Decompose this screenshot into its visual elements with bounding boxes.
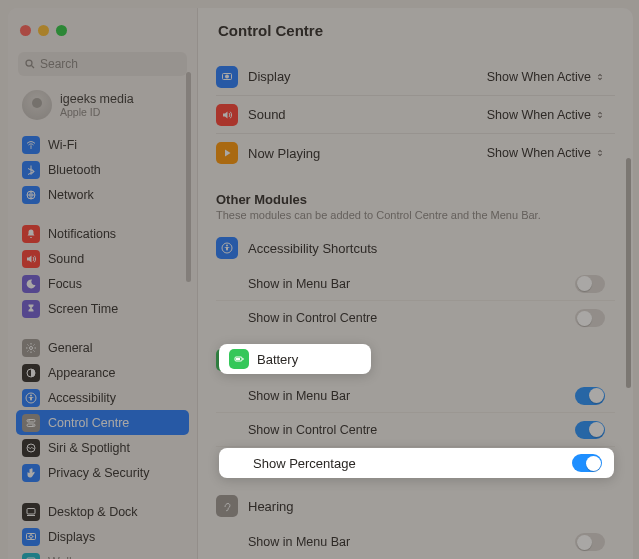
svg-line-1 <box>32 66 35 69</box>
svg-point-11 <box>32 424 34 426</box>
account-name: igeeks media <box>60 92 134 106</box>
battery-toggle-0[interactable] <box>575 387 605 405</box>
sidebar-item-bluetooth[interactable]: Bluetooth <box>16 157 189 182</box>
sidebar-item-label: Screen Time <box>48 302 118 316</box>
svg-point-2 <box>30 147 32 149</box>
accessibility-shortcuts-row: Accessibility Shortcuts <box>216 229 615 267</box>
sidebar-item-privacy-security[interactable]: Privacy & Security <box>16 460 189 485</box>
module-row-sound: SoundShow When Active <box>216 96 615 134</box>
minimize-icon[interactable] <box>38 25 49 36</box>
sidebar-item-wi-fi[interactable]: Wi-Fi <box>16 132 189 157</box>
accessibility-toggle-0[interactable] <box>575 275 605 293</box>
displays-icon <box>22 528 40 546</box>
desktop-icon <box>22 503 40 521</box>
sidebar-item-desktop-dock[interactable]: Desktop & Dock <box>16 499 189 524</box>
account-sub: Apple ID <box>60 106 134 118</box>
module-select[interactable]: Show When Active <box>487 108 605 122</box>
close-icon[interactable] <box>20 25 31 36</box>
content-scrollbar[interactable] <box>624 48 633 559</box>
accessibility-show-in-control-centre: Show in Control Centre <box>216 301 615 335</box>
zoom-icon[interactable] <box>56 25 67 36</box>
sidebar-item-notifications[interactable]: Notifications <box>16 221 189 246</box>
sidebar-item-label: Wi-Fi <box>48 138 77 152</box>
module-label: Display <box>248 69 291 84</box>
sidebar-item-control-centre[interactable]: Control Centre <box>16 410 189 435</box>
sidebar-item-accessibility[interactable]: Accessibility <box>16 385 189 410</box>
module-row-display: DisplayShow When Active <box>216 58 615 96</box>
accessibility-icon <box>22 389 40 407</box>
svg-point-7 <box>30 394 32 396</box>
battery-toggle-1[interactable] <box>575 421 605 439</box>
accessibility-toggle-1[interactable] <box>575 309 605 327</box>
sidebar-item-label: Control Centre <box>48 416 129 430</box>
module-label: Now Playing <box>248 146 320 161</box>
svg-rect-13 <box>27 508 35 514</box>
sidebar-item-label: Siri & Spotlight <box>48 441 130 455</box>
sidebar-item-label: Desktop & Dock <box>48 505 138 519</box>
sound-icon <box>22 250 40 268</box>
appearance-icon <box>22 364 40 382</box>
sidebar-item-label: Network <box>48 188 94 202</box>
sidebar-item-label: Accessibility <box>48 391 116 405</box>
siri-icon <box>22 439 40 457</box>
svg-point-16 <box>30 535 33 538</box>
hearing-toggle-0[interactable] <box>575 533 605 551</box>
svg-rect-8 <box>27 419 35 422</box>
svg-rect-29 <box>236 358 240 360</box>
sidebar-item-wallpaper[interactable]: Wallpaper <box>16 549 189 559</box>
controlcentre-icon <box>22 414 40 432</box>
module-row-now-playing: Now PlayingShow When Active <box>216 134 615 172</box>
wifi-icon <box>22 136 40 154</box>
svg-point-4 <box>30 346 33 349</box>
sidebar: Search igeeks media Apple ID Wi-FiBlueto… <box>8 8 198 559</box>
sub-row-label: Show in Control Centre <box>248 423 377 437</box>
sidebar-item-label: Focus <box>48 277 82 291</box>
module-label: Sound <box>248 107 286 122</box>
sidebar-item-label: General <box>48 341 92 355</box>
battery-highlight: Battery <box>219 344 371 374</box>
hearing-show-in-menu-bar: Show in Menu Bar <box>216 525 615 559</box>
hand-icon <box>22 464 40 482</box>
sidebar-item-label: Sound <box>48 252 84 266</box>
chevron-updown-icon <box>595 108 605 122</box>
chevron-updown-icon <box>595 70 605 84</box>
search-icon <box>24 58 36 70</box>
sidebar-scrollbar[interactable] <box>186 72 191 282</box>
page-title: Control Centre <box>198 8 633 52</box>
moon-icon <box>22 275 40 293</box>
top-modules-block: DisplayShow When ActiveSoundShow When Ac… <box>216 58 615 172</box>
svg-point-20 <box>225 74 229 78</box>
hearing-label: Hearing <box>248 499 294 514</box>
sidebar-item-general[interactable]: General <box>16 335 189 360</box>
ear-icon <box>216 495 238 517</box>
show-percentage-toggle[interactable] <box>572 454 602 472</box>
module-select[interactable]: Show When Active <box>487 70 605 84</box>
accessibility-shortcuts-label: Accessibility Shortcuts <box>248 241 377 256</box>
sidebar-item-displays[interactable]: Displays <box>16 524 189 549</box>
sub-row-label: Show in Menu Bar <box>248 535 350 549</box>
sub-row-label: Show in Menu Bar <box>248 277 350 291</box>
sidebar-item-siri-spotlight[interactable]: Siri & Spotlight <box>16 435 189 460</box>
other-modules-title: Other Modules <box>216 192 615 207</box>
sidebar-item-label: Appearance <box>48 366 115 380</box>
sidebar-item-appearance[interactable]: Appearance <box>16 360 189 385</box>
search-input[interactable]: Search <box>18 52 187 76</box>
window-titlebar <box>8 8 197 52</box>
account-row[interactable]: igeeks media Apple ID <box>8 86 197 132</box>
wallpaper-icon <box>22 553 40 560</box>
sidebar-item-focus[interactable]: Focus <box>16 271 189 296</box>
hourglass-icon <box>22 300 40 318</box>
svg-point-23 <box>226 245 228 247</box>
sidebar-item-network[interactable]: Network <box>16 182 189 207</box>
svg-rect-14 <box>27 515 35 516</box>
svg-rect-10 <box>27 424 35 427</box>
battery-label-highlight: Battery <box>257 352 298 367</box>
sidebar-item-label: Notifications <box>48 227 116 241</box>
svg-rect-28 <box>243 358 244 360</box>
network-icon <box>22 186 40 204</box>
module-select[interactable]: Show When Active <box>487 146 605 160</box>
sidebar-item-screen-time[interactable]: Screen Time <box>16 296 189 321</box>
sidebar-item-label: Displays <box>48 530 95 544</box>
sidebar-item-sound[interactable]: Sound <box>16 246 189 271</box>
chevron-updown-icon <box>595 146 605 160</box>
